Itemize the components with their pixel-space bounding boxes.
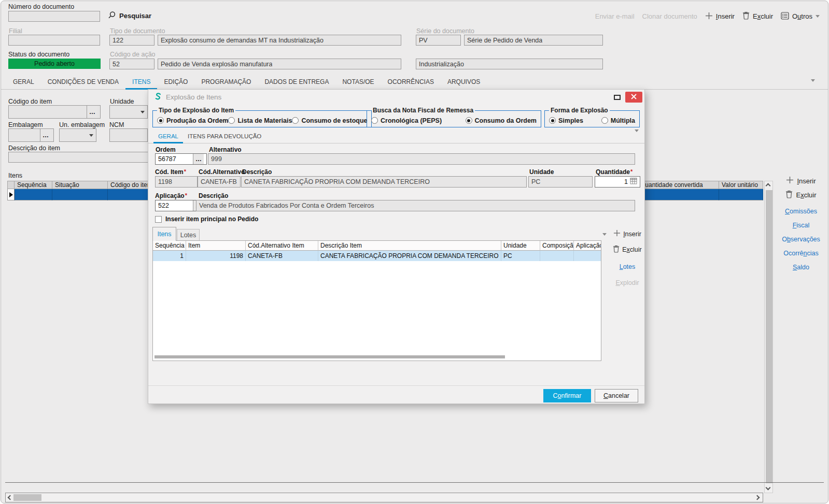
filial-input	[8, 35, 100, 46]
cancel-button[interactable]: Cancelar	[595, 389, 638, 402]
tab-notas-oe[interactable]: NOTAS/OE	[335, 76, 381, 90]
dialog-tab-itens-devolucao[interactable]: ITENS PARA DEVOLUÇÃO	[183, 131, 266, 143]
radio-consumo-da-ordem[interactable]: Consumo da Ordem	[466, 117, 537, 124]
delete-button[interactable]: Excluir	[742, 11, 773, 21]
send-email-button[interactable]: Enviar e-mail	[595, 12, 635, 20]
clone-document-button[interactable]: Clonar documento	[642, 12, 697, 20]
radio-multipla[interactable]: Múltipla	[601, 117, 635, 124]
col-qtd-convertida[interactable]: Quantidade convertida	[638, 181, 719, 189]
col-descricao-item[interactable]: Descrição Item	[318, 241, 501, 251]
scroll-right-icon[interactable]	[755, 495, 760, 500]
scroll-left-icon[interactable]	[8, 495, 13, 500]
dialog-tab-geral[interactable]: GERAL	[153, 131, 183, 143]
cod-alt-label: Cód.Alternativo	[199, 168, 245, 176]
radio-icon	[466, 117, 472, 124]
col-valor-unitario[interactable]: Valor unitário	[719, 181, 763, 189]
aplicacao-value: 522	[158, 202, 169, 209]
items-delete-button[interactable]: Excluir	[785, 190, 816, 200]
quantidade-input[interactable]: 1	[595, 176, 640, 188]
alternativo-input: 999	[208, 153, 635, 165]
radio-producao-da-ordem[interactable]: Produção da Ordem	[157, 117, 228, 124]
ordem-input[interactable]: 56787	[155, 153, 207, 165]
grid-icon[interactable]	[630, 178, 637, 186]
tab-ocorrencias[interactable]: OCORRÊNCIAS	[381, 76, 441, 90]
lookup-dots-icon[interactable]	[40, 129, 51, 141]
group-forma-explosao-legend: Forma de Explosão	[549, 107, 610, 114]
doc-number-input[interactable]	[8, 11, 100, 22]
aplicacao-desc-label: Descrição	[199, 192, 228, 199]
explosion-items-table[interactable]: Sequência Item Cód.Alternativo Item Desc…	[152, 240, 601, 361]
item-code-input[interactable]	[8, 105, 101, 119]
ordem-label: Ordem	[156, 146, 176, 153]
tab-programacao[interactable]: PROGRAMAÇÃO	[194, 76, 258, 90]
lookup-dots-icon[interactable]	[87, 106, 97, 118]
col-aplicacao[interactable]: Aplicação	[574, 241, 601, 251]
col-unidade[interactable]: Unidade	[501, 241, 540, 251]
saldo-link[interactable]: Saldo	[793, 264, 809, 271]
tab-geral[interactable]: GERAL	[6, 76, 41, 90]
alternativo-value: 999	[211, 155, 222, 163]
dialog-titlebar[interactable]: Explosão de Itens	[148, 90, 644, 105]
inserir-item-principal-checkbox[interactable]	[155, 216, 162, 223]
col-cod-alternativo-item[interactable]: Cód.Alternativo Item	[246, 241, 318, 251]
ncm-input[interactable]	[109, 128, 148, 142]
others-button[interactable]: Outros	[781, 12, 820, 21]
vertical-scrollbar[interactable]	[764, 181, 773, 493]
dialog-overflow-caret-icon[interactable]	[635, 129, 639, 132]
subtab-caret-icon[interactable]	[602, 233, 607, 236]
close-button[interactable]	[625, 92, 642, 103]
subtab-lotes[interactable]: Lotes	[177, 229, 200, 241]
fiscal-link[interactable]: Fiscal	[793, 222, 810, 229]
radio-consumo-de-estoque[interactable]: Consumo de estoque	[292, 117, 367, 124]
tab-arquivos[interactable]: ARQUIVOS	[441, 76, 487, 90]
comissoes-link[interactable]: Comissões	[785, 208, 817, 215]
col-sequencia[interactable]: Sequência	[15, 181, 52, 189]
radio-simples[interactable]: Simples	[549, 117, 583, 124]
dialog-insert-button[interactable]: Inserir	[613, 229, 641, 238]
unit-select[interactable]	[109, 105, 148, 119]
subtab-itens[interactable]: Itens	[152, 227, 176, 241]
unidade-label: Unidade	[529, 168, 554, 176]
radio-lista-de-materiais[interactable]: Lista de Materiais	[228, 117, 292, 124]
maximize-icon[interactable]	[614, 95, 621, 100]
confirm-button[interactable]: Confirmar	[543, 389, 591, 402]
scroll-down-icon[interactable]	[766, 485, 771, 491]
cell-valor-unitario	[719, 189, 763, 200]
radio-cronologica-peps[interactable]: Cronológica (PEPS)	[371, 117, 442, 124]
aplicacao-desc-value: Venda de Produtos Fabricados Por Conta e…	[199, 202, 374, 209]
observacoes-link[interactable]: Observações	[782, 236, 820, 243]
tab-overflow-caret-icon[interactable]	[811, 79, 815, 82]
item-desc-label: Descrição do item	[8, 145, 60, 152]
tab-edicao[interactable]: EDIÇÃO	[157, 76, 194, 90]
quantidade-label: Quantidade	[596, 168, 633, 176]
lookup-dots-icon[interactable]	[193, 154, 204, 164]
descricao-value: CANETA FABRICAÇÃO PROPRIA COM DEMANDA TE…	[244, 178, 430, 185]
explodir-link[interactable]: Explodir	[615, 279, 639, 286]
ordem-value: 56787	[158, 155, 176, 163]
table-row[interactable]: 1 1198 CANETA-FB CANETA FABRICAÇÃO PROPR…	[153, 251, 601, 261]
vertical-scrollbar-thumb[interactable]	[766, 190, 772, 483]
item-desc-input[interactable]	[8, 152, 149, 163]
lotes-link[interactable]: Lotes	[620, 263, 636, 270]
package-input[interactable]	[8, 128, 54, 142]
horizontal-scrollbar[interactable]	[5, 493, 763, 502]
subtab-itens-label: Itens	[157, 231, 171, 238]
cell-qtd-convertida	[638, 189, 719, 200]
tab-condicoes-de-venda[interactable]: CONDIÇÕES DE VENDA	[41, 76, 125, 90]
col-sequencia[interactable]: Sequência	[153, 241, 186, 251]
col-composicao[interactable]: Composição	[540, 241, 574, 251]
scroll-up-icon[interactable]	[766, 183, 771, 189]
insert-button[interactable]: Inserir	[705, 12, 735, 21]
horizontal-scrollbar-thumb[interactable]	[13, 494, 41, 501]
items-insert-button[interactable]: Inserir	[786, 176, 816, 185]
ocorrencias-link[interactable]: Ocorrências	[783, 250, 818, 257]
search-button[interactable]: Pesquisar	[108, 11, 151, 21]
col-situacao[interactable]: Situação	[52, 181, 108, 189]
table-horizontal-scrollbar-thumb[interactable]	[154, 355, 505, 358]
col-item[interactable]: Item	[186, 241, 246, 251]
tab-itens[interactable]: ITENS	[125, 76, 157, 90]
dialog-delete-button[interactable]: Excluir	[613, 245, 642, 254]
dialog-title: Explosão de Itens	[166, 93, 221, 101]
package-unit-select[interactable]	[59, 128, 96, 142]
tab-dados-de-entrega[interactable]: DADOS DE ENTREGA	[258, 76, 335, 90]
